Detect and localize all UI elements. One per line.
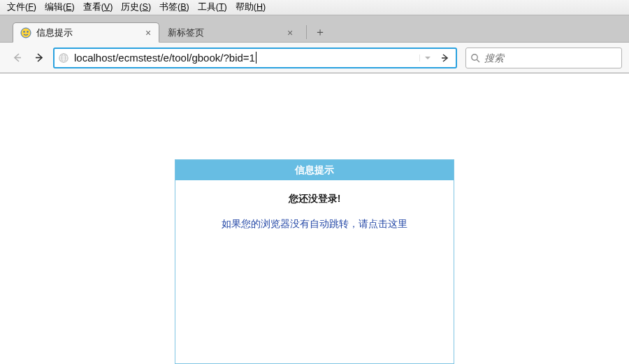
- tab-active[interactable]: 信息提示 ×: [13, 22, 159, 43]
- message-title: 您还没登录!: [182, 193, 447, 205]
- tab-title: 新标签页: [168, 27, 281, 39]
- search-input[interactable]: [484, 52, 617, 64]
- nav-toolbar: localhost/ecmstest/e/tool/gbook/?bid=1: [0, 43, 629, 73]
- url-bar[interactable]: localhost/ecmstest/e/tool/gbook/?bid=1: [53, 48, 457, 68]
- message-redirect-text: 如果您的浏览器没有自动跳转，请点击这里: [182, 218, 447, 231]
- search-box[interactable]: [465, 48, 622, 68]
- new-tab-button[interactable]: ＋: [312, 24, 328, 40]
- favicon-icon: [20, 27, 31, 38]
- message-header: 信息提示: [175, 160, 454, 180]
- tab-inactive[interactable]: 新标签页 ×: [161, 22, 301, 43]
- menu-tools[interactable]: 工具(T): [194, 0, 231, 15]
- search-icon: [470, 53, 480, 63]
- svg-point-1: [23, 31, 24, 32]
- forward-button[interactable]: [29, 48, 49, 68]
- tab-divider: [306, 25, 307, 39]
- message-body: 您还没登录! 如果您的浏览器没有自动跳转，请点击这里: [175, 180, 454, 245]
- svg-point-2: [27, 31, 28, 32]
- svg-point-5: [472, 54, 477, 59]
- go-button[interactable]: [435, 49, 456, 67]
- menu-history[interactable]: 历史(S): [117, 0, 155, 15]
- close-icon[interactable]: ×: [285, 28, 295, 38]
- message-box: 信息提示 您还没登录! 如果您的浏览器没有自动跳转，请点击这里: [175, 159, 454, 364]
- arrow-left-icon: [12, 52, 22, 63]
- menu-bookmarks[interactable]: 书签(B): [155, 0, 194, 15]
- close-icon[interactable]: ×: [143, 28, 153, 38]
- menu-bar: 文件(F) 编辑(E) 查看(V) 历史(S) 书签(B) 工具(T) 帮助(H…: [0, 0, 629, 15]
- globe-icon: [55, 52, 73, 64]
- plus-icon: ＋: [314, 25, 326, 40]
- tab-title: 信息提示: [36, 27, 139, 39]
- menu-help[interactable]: 帮助(H): [231, 0, 270, 15]
- svg-point-0: [21, 28, 31, 38]
- menu-file[interactable]: 文件(F): [3, 0, 41, 15]
- chevron-down-icon[interactable]: [419, 54, 435, 61]
- arrow-right-icon: [34, 52, 45, 63]
- menu-view[interactable]: 查看(V): [79, 0, 117, 15]
- menu-edit[interactable]: 编辑(E): [41, 0, 79, 15]
- back-button[interactable]: [7, 48, 27, 68]
- tab-strip: 信息提示 × 新标签页 × ＋: [0, 15, 629, 43]
- page-content: 信息提示 您还没登录! 如果您的浏览器没有自动跳转，请点击这里: [0, 73, 629, 364]
- arrow-right-icon: [440, 53, 450, 63]
- redirect-link[interactable]: 请点击这里: [359, 219, 407, 229]
- url-input[interactable]: localhost/ecmstest/e/tool/gbook/?bid=1: [73, 52, 419, 64]
